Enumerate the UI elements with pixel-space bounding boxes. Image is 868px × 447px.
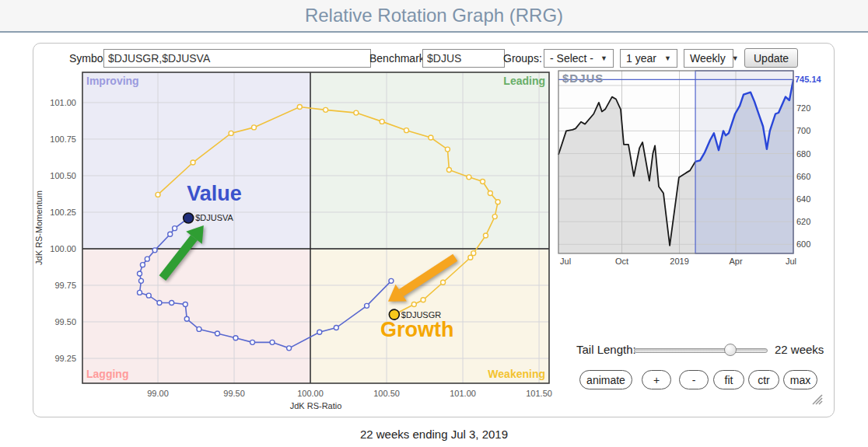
- svg-text:Oct: Oct: [615, 257, 628, 266]
- resize-handle-icon[interactable]: [808, 390, 825, 407]
- benchmark-label: Benchmark:: [369, 52, 428, 65]
- maximize-button[interactable]: max: [783, 370, 817, 389]
- quadrant-label-improving: Improving: [86, 75, 139, 87]
- rrg-chart[interactable]: 99.0099.50100.00100.50101.00101.50101.00…: [33, 69, 555, 415]
- quadrant-leading: [310, 72, 549, 249]
- quadrant-label-weakening: Weakening: [488, 368, 545, 380]
- svg-text:99.00: 99.00: [147, 389, 169, 398]
- zoom-in-button[interactable]: +: [642, 370, 671, 389]
- period-select-value: 1 year: [626, 52, 656, 65]
- slider-track: [634, 348, 768, 353]
- groups-label: Groups:: [503, 52, 542, 65]
- svg-text:680: 680: [796, 149, 810, 159]
- svg-text:100.00: 100.00: [50, 244, 76, 253]
- quadrant-lagging: [82, 249, 310, 383]
- groups-select[interactable]: - Select - ▼: [544, 49, 614, 68]
- svg-text:620: 620: [796, 217, 810, 226]
- update-button[interactable]: Update: [744, 48, 798, 68]
- svg-text:99.75: 99.75: [54, 281, 76, 290]
- frequency-select-value: Weekly: [690, 52, 726, 65]
- svg-text:640: 640: [796, 194, 810, 204]
- page-title: Relative Rotation Graph (RRG): [0, 0, 868, 31]
- center-button[interactable]: ctr: [748, 370, 779, 389]
- x-axis-title: JdK RS-Ratio: [290, 401, 342, 410]
- rrg-head-$DJUSVA[interactable]: [184, 213, 194, 223]
- annotation-text: Value: [187, 182, 242, 205]
- benchmark-input[interactable]: [422, 49, 505, 68]
- quadrant-label-leading: Leading: [503, 75, 545, 87]
- svg-text:100.50: 100.50: [50, 171, 76, 180]
- svg-text:100.25: 100.25: [50, 208, 76, 217]
- annotation-text: Growth: [380, 318, 454, 341]
- benchmark-symbol-label: $DJUS: [562, 72, 604, 85]
- fit-button[interactable]: fit: [713, 370, 744, 389]
- animate-button[interactable]: animate: [579, 370, 632, 389]
- tail-length-value: 22 weeks: [775, 343, 824, 356]
- svg-text:101.00: 101.00: [50, 98, 76, 107]
- svg-text:101.00: 101.00: [450, 389, 476, 398]
- svg-text:101.50: 101.50: [526, 389, 552, 398]
- svg-text:100.50: 100.50: [373, 389, 400, 398]
- app-header: Relative Rotation Graph (RRG): [0, 0, 868, 33]
- tail-length-label: Tail Length:: [576, 343, 636, 356]
- svg-text:Jul: Jul: [560, 257, 571, 266]
- zoom-out-button[interactable]: -: [679, 370, 709, 389]
- chevron-down-icon: ▼: [600, 54, 607, 62]
- chevron-down-icon: ▼: [732, 54, 739, 62]
- benchmark-chart[interactable]: 600620640660680700720745.14JulOct2019Apr…: [556, 67, 866, 266]
- svg-text:99.25: 99.25: [54, 354, 76, 363]
- svg-text:Apr: Apr: [729, 257, 742, 266]
- groups-select-value: - Select -: [550, 52, 593, 65]
- slider-handle[interactable]: [724, 344, 737, 356]
- svg-text:700: 700: [796, 126, 810, 135]
- svg-text:2019: 2019: [670, 257, 688, 266]
- svg-text:660: 660: [796, 172, 810, 181]
- svg-text:100.75: 100.75: [50, 134, 76, 144]
- svg-text:100.00: 100.00: [297, 389, 324, 398]
- svg-text:99.50: 99.50: [223, 389, 245, 398]
- quadrant-label-lagging: Lagging: [86, 368, 128, 380]
- svg-text:600: 600: [796, 239, 810, 249]
- period-select[interactable]: 1 year ▼: [620, 49, 677, 68]
- tail-length-slider[interactable]: [634, 344, 768, 358]
- svg-text:720: 720: [796, 103, 810, 113]
- rrg-panel: Symbols: Benchmark: Groups: - Select - ▼…: [33, 43, 835, 417]
- y-axis-title: JdK RS-Momentum: [34, 190, 44, 265]
- svg-text:Jul: Jul: [786, 257, 796, 266]
- rrg-symbol-label: $DJUSVA: [195, 213, 233, 222]
- frequency-select[interactable]: Weekly ▼: [684, 49, 733, 68]
- benchmark-last-price: 745.14: [795, 75, 822, 84]
- date-range-caption: 22 weeks ending Jul 3, 2019: [0, 428, 868, 441]
- chevron-down-icon: ▼: [664, 54, 671, 62]
- symbols-input[interactable]: [103, 49, 371, 68]
- svg-text:99.50: 99.50: [54, 317, 76, 327]
